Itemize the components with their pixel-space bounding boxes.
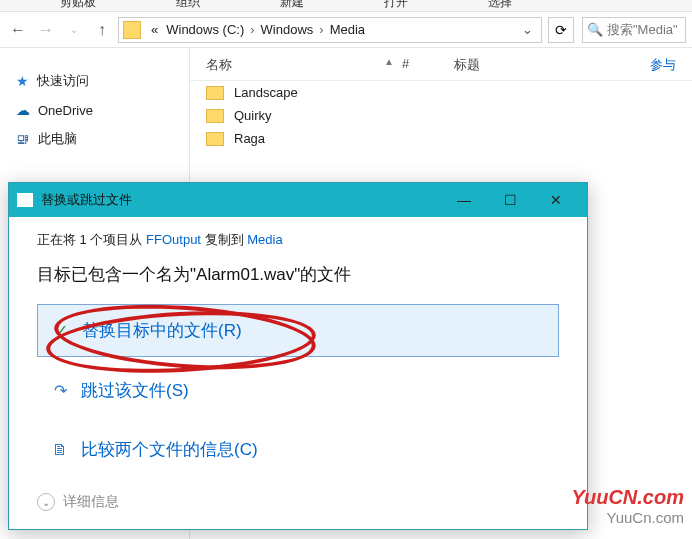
ribbon-select: 选择 [488, 0, 512, 11]
folder-icon [206, 132, 224, 146]
search-placeholder: 搜索"Media" [607, 21, 678, 39]
dialog-titlebar[interactable]: 替换或跳过文件 — ☐ ✕ [9, 183, 587, 217]
sidebar-item-label: 快速访问 [37, 72, 89, 90]
chevron-down-icon: ⌄ [37, 493, 55, 511]
folder-icon [123, 21, 141, 39]
sidebar-item-label: 此电脑 [38, 130, 77, 148]
option-skip[interactable]: ↷ 跳过该文件(S) [37, 365, 559, 416]
address-bar[interactable]: « Windows (C:) › Windows › Media ⌄ [118, 17, 542, 43]
option-replace[interactable]: ✓ 替换目标中的文件(R) [37, 304, 559, 357]
msg-text: "的文件 [294, 265, 351, 284]
breadcrumb-windows[interactable]: Windows [257, 22, 318, 37]
back-button[interactable]: ← [6, 18, 30, 42]
col-more[interactable]: 参与 [650, 56, 676, 74]
skip-icon: ↷ [51, 382, 69, 400]
file-name: Quirky [234, 108, 272, 123]
search-input[interactable]: 🔍 搜索"Media" [582, 17, 686, 43]
minimize-button[interactable]: — [441, 186, 487, 214]
dialog-title: 替换或跳过文件 [41, 191, 441, 209]
col-name[interactable]: 名称 [206, 56, 376, 74]
recent-dropdown[interactable]: ⌄ [62, 18, 86, 42]
refresh-button[interactable]: ⟳ [548, 17, 574, 43]
option-label: 比较两个文件的信息(C) [81, 438, 258, 461]
col-title[interactable]: 标题 [454, 56, 642, 74]
up-button[interactable]: ↑ [90, 18, 114, 42]
list-item[interactable]: Raga [190, 127, 692, 150]
address-dropdown[interactable]: ⌄ [518, 22, 537, 37]
file-name: Landscape [234, 85, 298, 100]
option-label: 替换目标中的文件(R) [82, 319, 242, 342]
nav-bar: ← → ⌄ ↑ « Windows (C:) › Windows › Media… [0, 12, 692, 48]
search-icon: 🔍 [587, 22, 603, 37]
msg-text: 目标已包含一个名为" [37, 265, 196, 284]
replace-dialog: 替换或跳过文件 — ☐ ✕ 正在将 1 个项目从 FFOutput 复制到 Me… [8, 182, 588, 530]
star-icon: ★ [16, 73, 29, 89]
sidebar-item-this-pc[interactable]: 🖳 此电脑 [0, 124, 189, 154]
ribbon-new: 新建 [280, 0, 304, 11]
check-icon: ✓ [52, 322, 70, 340]
pc-icon: 🖳 [16, 131, 30, 147]
column-headers: 名称 ▲ # 标题 参与 [190, 48, 692, 81]
sidebar-item-quick-access[interactable]: ★ 快速访问 [0, 66, 189, 96]
folder-icon [206, 86, 224, 100]
ribbon-organize: 组织 [176, 0, 200, 11]
sidebar-item-label: OneDrive [38, 103, 93, 118]
details-label: 详细信息 [63, 493, 119, 511]
ribbon-open: 打开 [384, 0, 408, 11]
sort-indicator-icon: ▲ [384, 56, 394, 74]
option-label: 跳过该文件(S) [81, 379, 189, 402]
list-item[interactable]: Quirky [190, 104, 692, 127]
close-button[interactable]: ✕ [533, 186, 579, 214]
status-text: 正在将 1 个项目从 [37, 232, 146, 247]
breadcrumb-prefix: « [147, 22, 162, 37]
sidebar-item-onedrive[interactable]: ☁ OneDrive [0, 96, 189, 124]
option-compare[interactable]: 🗎 比较两个文件的信息(C) [37, 424, 559, 475]
conflict-filename: Alarm01.wav [196, 265, 294, 284]
ribbon-clipboard: 剪贴板 [60, 0, 96, 11]
folder-icon [206, 109, 224, 123]
col-hash[interactable]: # [402, 56, 446, 74]
breadcrumb-media[interactable]: Media [326, 22, 369, 37]
list-item[interactable]: Landscape [190, 81, 692, 104]
source-link[interactable]: FFOutput [146, 232, 201, 247]
cloud-icon: ☁ [16, 102, 30, 118]
compare-icon: 🗎 [51, 441, 69, 459]
dest-link[interactable]: Media [247, 232, 282, 247]
status-text: 复制到 [201, 232, 247, 247]
copy-status: 正在将 1 个项目从 FFOutput 复制到 Media [37, 231, 559, 249]
ribbon-strip: 剪贴板 组织 新建 打开 选择 [0, 0, 692, 12]
chevron-right-icon: › [317, 22, 325, 37]
dialog-icon [17, 193, 33, 207]
file-name: Raga [234, 131, 265, 146]
maximize-button[interactable]: ☐ [487, 186, 533, 214]
conflict-message: 目标已包含一个名为"Alarm01.wav"的文件 [37, 263, 559, 286]
details-toggle[interactable]: ⌄ 详细信息 [37, 493, 559, 511]
breadcrumb-drive[interactable]: Windows (C:) [162, 22, 248, 37]
forward-button[interactable]: → [34, 18, 58, 42]
chevron-right-icon: › [248, 22, 256, 37]
